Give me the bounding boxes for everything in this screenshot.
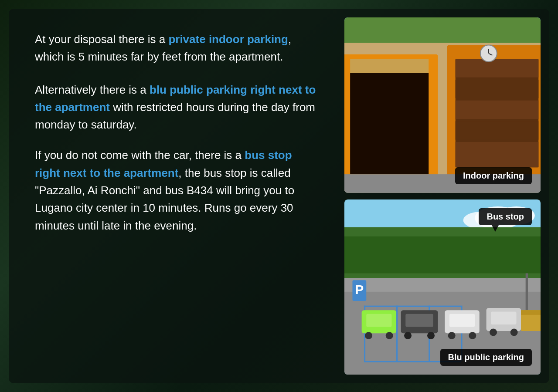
svg-rect-42 — [449, 314, 475, 327]
images-panel: Indoor parking — [340, 9, 549, 383]
svg-rect-9 — [456, 80, 539, 98]
indoor-parking-label: Indoor parking — [455, 167, 532, 184]
svg-rect-49 — [526, 273, 528, 310]
svg-point-47 — [490, 328, 497, 336]
svg-rect-26 — [396, 305, 398, 361]
svg-rect-5 — [350, 59, 429, 73]
blu-parking-description-block: Alternatively there is a blu public park… — [35, 81, 316, 134]
parking-text-before: At your disposal there is a — [35, 33, 168, 46]
svg-point-35 — [365, 331, 372, 339]
svg-rect-46 — [491, 311, 516, 324]
bus-stop-label: Bus stop — [479, 208, 532, 225]
bus-stop-description-block: If you do not come with the car, there i… — [35, 146, 316, 234]
svg-rect-10 — [456, 101, 539, 119]
svg-point-39 — [404, 331, 412, 339]
svg-point-40 — [427, 331, 435, 339]
bus-stop-image: P — [344, 199, 541, 375]
blu-parking-text: Alternatively there is a blu public park… — [35, 81, 316, 134]
bus-stop-svg: P — [344, 199, 541, 375]
parking-description-block: At your disposal there is a private indo… — [35, 30, 316, 66]
svg-rect-11 — [456, 121, 539, 139]
svg-point-48 — [510, 328, 518, 336]
bus-stop-label-container: Bus stop — [479, 208, 532, 225]
svg-rect-8 — [456, 59, 539, 77]
svg-point-44 — [469, 331, 476, 339]
private-parking-highlight: private indoor parking — [168, 33, 288, 46]
svg-rect-51 — [521, 310, 541, 315]
svg-point-43 — [448, 331, 456, 339]
svg-rect-12 — [456, 142, 539, 167]
indoor-parking-image: Indoor parking — [344, 17, 541, 193]
svg-rect-29 — [364, 305, 461, 307]
main-card: At your disposal there is a private indo… — [9, 9, 549, 383]
svg-rect-22 — [344, 236, 541, 273]
svg-text:P: P — [355, 282, 364, 297]
bus-stop-text: If you do not come with the car, there i… — [35, 146, 316, 234]
svg-rect-1 — [344, 17, 541, 45]
indoor-parking-svg — [344, 17, 541, 193]
svg-rect-34 — [366, 314, 391, 327]
blu-text-before: Alternatively there is a — [35, 83, 150, 96]
parking-text: At your disposal there is a private indo… — [35, 30, 316, 66]
blu-parking-label: Blu public parking — [440, 349, 532, 366]
bus-text-before: If you do not come with the car, there i… — [35, 149, 245, 162]
svg-point-36 — [386, 331, 393, 339]
text-panel: At your disposal there is a private indo… — [9, 9, 340, 383]
svg-rect-38 — [405, 314, 433, 327]
svg-rect-4 — [350, 73, 429, 174]
